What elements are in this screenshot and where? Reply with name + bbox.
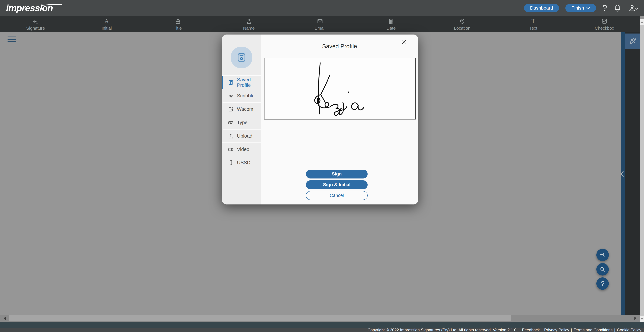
tool-checkbox[interactable]: Checkbox — [588, 17, 621, 31]
zoom-out-icon — [599, 266, 606, 273]
upload-icon — [228, 133, 234, 139]
sidebar-item-label: USSD — [237, 160, 250, 165]
initial-icon: A — [103, 17, 110, 25]
feedback-link[interactable]: Feedback — [522, 328, 540, 332]
signature-icon — [32, 17, 39, 25]
privacy-policy-link[interactable]: Privacy Policy — [544, 328, 569, 332]
video-camera-icon — [228, 147, 234, 152]
help-float-button[interactable]: ? — [596, 277, 609, 290]
sidebar-item-saved-profile[interactable]: Saved Profile — [222, 75, 261, 89]
pen-square-icon — [228, 106, 234, 112]
tool-label: Checkbox — [595, 26, 614, 31]
dashboard-button-label: Dashboard — [530, 5, 553, 11]
app-header: impression TM Dashboard Finish ? — [0, 0, 644, 16]
tool-label: Signature — [26, 26, 45, 31]
sidebar-item-type[interactable]: Type — [222, 116, 261, 129]
header-actions: Dashboard Finish ? — [524, 4, 638, 12]
bottom-strip — [0, 322, 644, 328]
briefcase-icon — [174, 17, 181, 25]
tool-label: Title — [174, 26, 182, 31]
signature-preview — [264, 58, 416, 119]
signing-method-list: Saved Profile Scribble Wacom Type Upload — [222, 75, 261, 169]
cancel-button[interactable]: Cancel — [306, 191, 368, 200]
save-avatar — [230, 47, 252, 68]
sign-and-initial-button[interactable]: Sign & Initial — [306, 180, 368, 189]
tool-title[interactable]: Title — [161, 17, 194, 31]
sidebar-item-scribble[interactable]: Scribble — [222, 89, 261, 102]
scroll-down-arrow-icon[interactable] — [640, 317, 644, 322]
chevron-down-icon — [586, 7, 590, 9]
sidebar-item-label: Video — [237, 147, 250, 152]
sidebar-item-label: Scribble — [237, 93, 254, 98]
calendar-icon — [388, 17, 394, 25]
user-account-icon[interactable] — [628, 4, 638, 12]
vertical-scrollbar[interactable] — [640, 19, 644, 322]
cookie-policy-link[interactable]: Cookie Policy — [617, 328, 641, 332]
horizontal-scrollbar-thumb[interactable] — [9, 315, 511, 321]
notifications-bell-icon[interactable] — [614, 4, 622, 12]
save-icon — [236, 52, 247, 63]
dialog-actions: Sign Sign & Initial Cancel — [306, 170, 368, 200]
tool-email[interactable]: Email — [303, 17, 337, 31]
close-icon[interactable] — [400, 38, 408, 46]
tool-text[interactable]: T Text — [516, 17, 550, 31]
tool-initial[interactable]: A Initial — [90, 17, 124, 31]
link-separator: | — [541, 328, 542, 332]
scroll-left-arrow-icon[interactable] — [0, 315, 9, 322]
sidebar-item-video[interactable]: Video — [222, 142, 261, 156]
tool-name[interactable]: Name — [232, 17, 266, 31]
zoom-out-button[interactable] — [596, 263, 609, 276]
tool-location[interactable]: Location — [446, 17, 479, 31]
terms-and-conditions-link[interactable]: Terms and Conditions — [574, 328, 612, 332]
sidebar-item-ussd[interactable]: USSD — [222, 156, 261, 169]
checkbox-icon — [601, 17, 608, 25]
help-icon[interactable]: ? — [602, 4, 607, 12]
tool-label: Email — [314, 26, 325, 31]
tool-label: Text — [529, 26, 537, 31]
logo-swoosh-icon — [41, 4, 63, 6]
save-icon — [228, 80, 234, 85]
signing-tools-tab[interactable] — [625, 33, 640, 49]
app-footer: Copyright © 2022 Impression Signatures (… — [0, 328, 644, 332]
chevron-down-icon — [635, 8, 638, 10]
tool-label: Date — [386, 26, 396, 31]
finish-button-label: Finish — [572, 5, 584, 11]
document-canvas: Saved Profile Scribble Wacom Type Upload — [0, 32, 644, 315]
link-separator: | — [571, 328, 572, 332]
dialog-title: Saved Profile — [261, 43, 418, 50]
sidebar-item-label: Upload — [237, 133, 252, 139]
tool-label: Initial — [102, 26, 112, 31]
tool-label: Name — [243, 26, 254, 31]
pen-tools-icon — [629, 37, 636, 45]
scroll-up-arrow-icon[interactable] — [640, 19, 644, 25]
right-tool-panel — [625, 32, 640, 315]
sidebar-item-label: Wacom — [237, 106, 253, 112]
zoom-in-button[interactable] — [596, 249, 609, 261]
svg-text:T: T — [532, 18, 535, 24]
sidebar-item-upload[interactable]: Upload — [222, 129, 261, 142]
horizontal-scrollbar[interactable] — [0, 315, 640, 322]
impression-logo: impression TM — [6, 3, 57, 13]
panel-collapse-chevron-icon[interactable] — [620, 169, 626, 179]
map-pin-icon — [459, 17, 466, 25]
sidebar-item-label: Type — [237, 120, 248, 125]
tool-label: Location — [454, 26, 470, 31]
saved-profile-dialog: Saved Profile Scribble Wacom Type Upload — [222, 34, 418, 204]
zoom-in-icon — [599, 252, 606, 258]
tool-signature[interactable]: Signature — [19, 17, 52, 31]
signature-image — [264, 58, 416, 119]
scroll-right-arrow-icon[interactable] — [631, 315, 640, 322]
finish-button[interactable]: Finish — [565, 4, 596, 12]
sign-button[interactable]: Sign — [306, 170, 368, 178]
dashboard-button[interactable]: Dashboard — [524, 4, 559, 12]
envelope-icon — [317, 17, 323, 25]
person-icon — [246, 17, 252, 25]
dialog-main: Saved Profile Sign Sign & Initial Cancel — [261, 34, 418, 204]
tool-date[interactable]: Date — [374, 17, 408, 31]
sidebar-item-label: Saved Profile — [237, 77, 261, 88]
keyboard-icon — [228, 120, 234, 125]
sidebar-item-wacom[interactable]: Wacom — [222, 102, 261, 116]
scribble-icon — [228, 93, 234, 99]
hamburger-menu-icon[interactable] — [8, 36, 17, 43]
vertical-scrollbar-thumb[interactable] — [640, 25, 644, 316]
